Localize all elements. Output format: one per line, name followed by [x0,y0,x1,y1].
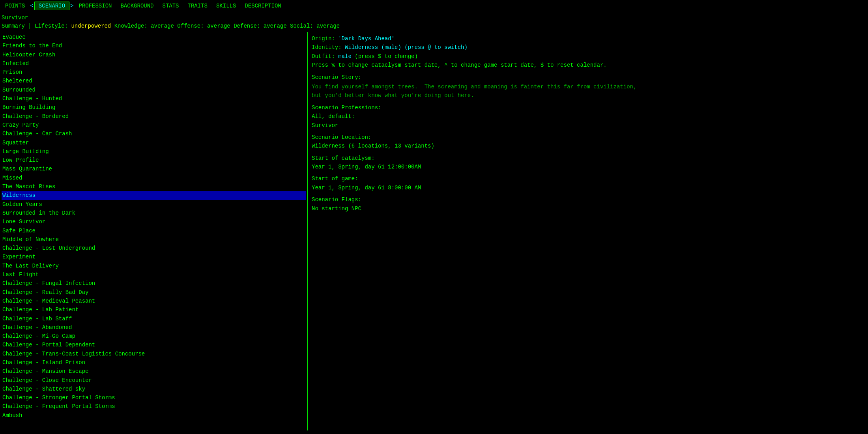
scenario-item-35[interactable]: Challenge - Mi-Go Camp [2,332,306,340]
scenario-item-34[interactable]: Challenge - Abandoned [2,323,306,332]
arrow-right: > [69,3,74,9]
professions-section: Scenario Professions: All, default: Surv… [312,103,864,130]
defense-label: Defense: [234,23,264,29]
identity-post: ) (press @ to switch) [398,44,467,51]
scenario-item-21[interactable]: Surrounded in the Dark [2,209,306,217]
outfit-post: (press $ to change) [352,53,418,60]
identity-line: Identity: Wilderness (male) (press @ to … [312,43,864,52]
scenario-item-6[interactable]: Sheltered [2,77,306,85]
scenario-item-43[interactable]: Challenge - Frequent Portal Storms [2,402,306,411]
scenario-item-31[interactable]: Challenge - Medieval Peasant [2,297,306,305]
story-text: You find yourself amongst trees. The scr… [312,82,864,100]
scenario-story-label: Scenario Story: [312,73,864,82]
start-game-section: Start of game: Year 1, Spring, day 61 8:… [312,174,864,192]
lifestyle-label: Lifestyle: [35,23,71,29]
outfit-line: Outfit: male (press $ to change) [312,52,864,61]
scenario-item-11[interactable]: Crazy Party [2,121,306,129]
scenario-item-16[interactable]: Mass Quarantine [2,165,306,173]
scenario-item-12[interactable]: Challenge - Car Crash [2,129,306,138]
tab-profession[interactable]: PROFESSION [74,2,116,10]
scenario-detail: Origin: 'Dark Days Ahead' Identity: Wild… [308,32,868,430]
scenario-professions-label: Scenario Professions: [312,103,864,112]
scenario-item-8[interactable]: Challenge - Hunted [2,94,306,103]
scenario-item-17[interactable]: Missed [2,174,306,182]
scenario-item-44[interactable]: Ambush [2,411,306,420]
defense-value: average [264,23,287,29]
start-cataclysm-label: Start of cataclysm: [312,154,864,163]
scenario-item-25[interactable]: Challenge - Lost Underground [2,244,306,253]
flags-section: Scenario Flags: No starting NPC [312,195,864,213]
start-cataclysm-value: Year 1, Spring, day 61 12:00:00AM [312,163,864,171]
tab-bar: POINTS < SCENARIO > PROFESSION BACKGROUN… [0,0,868,12]
tab-stats[interactable]: STATS [158,2,183,10]
scenario-item-1[interactable]: Evacuee [2,33,306,41]
social-value: average [316,23,340,29]
tab-description[interactable]: DESCRIPTION [240,2,285,10]
scenario-item-2[interactable]: Friends to the End [2,41,306,50]
tab-scenario[interactable]: SCENARIO [34,2,69,10]
identity-pre: Wilderness ( [345,44,385,51]
arrow-left: < [29,3,34,9]
press-line: Press % to change cataclysm start date, … [312,61,864,69]
character-type: Survivor [2,14,866,22]
summary-bar: Survivor Summary | Lifestyle: underpower… [0,12,868,32]
scenario-item-23[interactable]: Safe Place [2,226,306,235]
professions-value: All, default: [312,112,864,121]
origin-label: Origin: [312,36,335,42]
scenario-item-14[interactable]: Large Building [2,147,306,156]
scenario-item-41[interactable]: Challenge - Shattered sky [2,385,306,393]
scenario-item-22[interactable]: Lone Survivor [2,217,306,226]
summary-prefix: Summary | [2,23,32,29]
scenario-item-37[interactable]: Challenge - Trans-Coast Logistics Concou… [2,350,306,358]
scenario-item-24[interactable]: Middle of Nowhere [2,235,306,244]
summary-line: Summary | Lifestyle: underpowered Knowle… [2,22,866,30]
scenario-item-40[interactable]: Challenge - Close Encounter [2,376,306,385]
scenario-item-38[interactable]: Challenge - Island Prison [2,358,306,367]
offense-label: Offense: [177,23,207,29]
scenario-item-13[interactable]: Squatter [2,138,306,147]
knowledge-value: average [151,23,174,29]
outfit-male: male [338,53,352,60]
press-text: Press % to change cataclysm start date, … [312,62,607,68]
scenario-item-9[interactable]: Burning Building [2,103,306,112]
knowledge-label: Knowledge: [114,23,151,29]
start-game-value: Year 1, Spring, day 61 8:00:00 AM [312,183,864,192]
scenario-item-20[interactable]: Golden Years [2,200,306,209]
start-game-label: Start of game: [312,174,864,183]
scenario-item-7[interactable]: Surrounded [2,86,306,94]
tab-background[interactable]: BACKGROUND [116,2,158,10]
scenario-item-5[interactable]: Prison [2,68,306,77]
location-value: Wilderness (6 locations, 13 variants) [312,142,864,150]
scenario-item-33[interactable]: Challenge - Lab Staff [2,314,306,323]
origin-line: Origin: 'Dark Days Ahead' [312,34,864,43]
main-content: EvacueeFriends to the EndHelicopter Cras… [0,32,868,430]
outfit-label: Outfit: [312,53,335,60]
origin-value: 'Dark Days Ahead' [338,36,395,42]
lifestyle-value: underpowered [71,23,111,29]
location-section: Scenario Location: Wilderness (6 locatio… [312,133,864,151]
scenario-item-42[interactable]: Challenge - Stronger Portal Storms [2,393,306,402]
tab-points[interactable]: POINTS [1,2,29,10]
scenario-item-10[interactable]: Challenge - Bordered [2,112,306,121]
scenario-list[interactable]: EvacueeFriends to the EndHelicopter Cras… [0,32,308,430]
scenario-item-30[interactable]: Challenge - Really Bad Day [2,288,306,297]
tab-skills[interactable]: SKILLS [212,2,240,10]
scenario-item-28[interactable]: Last Flight [2,270,306,279]
scenario-item-32[interactable]: Challenge - Lab Patient [2,305,306,314]
scenario-flags-label: Scenario Flags: [312,195,864,204]
scenario-item-36[interactable]: Challenge - Portal Dependent [2,340,306,349]
scenario-item-39[interactable]: Challenge - Mansion Escape [2,367,306,376]
scenario-item-19[interactable]: Wilderness [2,191,306,200]
scenario-item-18[interactable]: The Mascot Rises [2,182,306,191]
social-label: Social: [290,23,316,29]
scenario-item-27[interactable]: The Last Delivery [2,262,306,270]
scenario-item-15[interactable]: Low Profile [2,156,306,165]
scenario-item-4[interactable]: Infected [2,59,306,68]
offense-value: average [207,23,230,29]
start-cataclysm-section: Start of cataclysm: Year 1, Spring, day … [312,154,864,172]
tab-traits[interactable]: TRAITS [183,2,212,10]
scenario-item-3[interactable]: Helicopter Crash [2,51,306,59]
scenario-item-29[interactable]: Challenge - Fungal Infection [2,279,306,288]
scenario-location-label: Scenario Location: [312,133,864,142]
scenario-item-26[interactable]: Experiment [2,253,306,261]
